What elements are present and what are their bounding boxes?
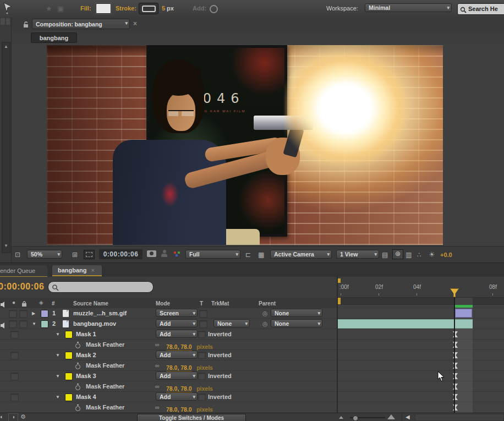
share-view-icon[interactable]: ▤ (382, 251, 388, 258)
workspace-dropdown[interactable]: Minimal (365, 3, 452, 12)
mask-color-swatch[interactable] (65, 352, 73, 359)
col-trkmat[interactable]: TrkMat (211, 300, 229, 307)
col-parent[interactable]: Parent (259, 300, 276, 307)
parent-dropdown[interactable]: None (271, 309, 322, 317)
lock-checkbox[interactable] (19, 310, 28, 318)
col-number[interactable]: # (52, 300, 55, 307)
mini-flowchart-icon[interactable]: ▥ (406, 251, 412, 258)
mask-feather-row[interactable]: Mask Feather ∞ 78.0, 78.0 pixels (0, 402, 337, 413)
mask-row[interactable]: ▼ Mask 4 Add Inverted (0, 392, 337, 402)
link-dimensions-icon[interactable]: ∞ (155, 362, 160, 369)
mask-feather-row[interactable]: Mask Feather ∞ 78.0, 78.0 pixels (0, 360, 337, 371)
mask-checkbox[interactable] (10, 393, 19, 401)
mask-color-swatch[interactable] (65, 331, 73, 338)
region-of-interest-icon[interactable] (84, 250, 95, 259)
lock-view-icon[interactable]: ⊕ (392, 249, 403, 259)
stopwatch-icon[interactable] (75, 342, 81, 348)
always-preview-icon[interactable]: ⊡ (15, 251, 20, 258)
layer1-duration-bar[interactable] (455, 309, 472, 318)
tab-render-queue[interactable]: ender Queue (0, 265, 47, 277)
link-dimensions-icon[interactable]: ∞ (155, 383, 160, 390)
mask-row[interactable]: ▼ Mask 1 Add Inverted (0, 329, 337, 340)
inverted-checkbox[interactable] (198, 352, 206, 359)
stroke-swatch[interactable] (139, 3, 158, 14)
mask-mode-dropdown[interactable]: Add (156, 392, 198, 401)
layer-name[interactable]: muzzle_...h_sm.gif (73, 310, 127, 316)
stopwatch-icon[interactable] (75, 384, 81, 390)
inverted-checkbox[interactable] (198, 331, 206, 338)
mask-checkbox[interactable] (10, 331, 19, 338)
view-layout-dropdown[interactable]: 1 View (336, 250, 379, 259)
mask-name[interactable]: Mask 4 (76, 393, 96, 400)
comp-panel-tab[interactable]: Composition: bangbang (32, 19, 130, 29)
expand-inout-panes-icon[interactable]: ⚙ (20, 414, 26, 420)
twirl-icon[interactable]: ▶ (32, 311, 35, 316)
t-checkbox[interactable] (199, 310, 207, 318)
search-help-box[interactable]: Search He (457, 3, 504, 15)
inverted-checkbox[interactable] (198, 373, 206, 380)
layer-row-2[interactable]: ▼ 2 bangbang.mov Add None ◎ None (0, 319, 337, 329)
solo-checkbox[interactable] (9, 310, 17, 318)
video-frame[interactable]: 2046 A WONG KAR WAI FILM (47, 45, 443, 245)
mask-name[interactable]: Mask 2 (76, 352, 96, 358)
expand-transfer-controls-icon[interactable]: ◑ (8, 413, 18, 421)
comp-breadcrumb-button[interactable]: bangbang (31, 32, 77, 43)
transparency-grid-icon[interactable]: ▦ (258, 251, 264, 258)
twirl-icon[interactable]: ▼ (56, 374, 60, 379)
playhead-line[interactable] (454, 297, 455, 413)
mask-name[interactable]: Mask 3 (76, 373, 96, 379)
col-mode[interactable]: Mode (156, 300, 170, 307)
layer-label-swatch[interactable] (41, 320, 48, 328)
pickwhip-icon[interactable]: ◎ (262, 310, 268, 317)
stopwatch-icon[interactable] (75, 363, 81, 369)
inverted-checkbox[interactable] (198, 393, 206, 401)
left-scrollbar[interactable]: ▲ ▼ (2, 42, 10, 253)
zoom-in-mountain-icon[interactable] (387, 414, 395, 419)
mask-checkbox[interactable] (10, 352, 19, 359)
expand-layer-switches-icon[interactable]: ◐ (0, 414, 4, 420)
scroll-up-icon[interactable]: ▲ (4, 45, 8, 49)
tab-close-icon[interactable]: × (91, 267, 95, 274)
mask-color-swatch[interactable] (65, 373, 73, 380)
selection-tool-icon[interactable] (2, 2, 14, 17)
shape-options-icon[interactable] (210, 5, 218, 13)
tab-bangbang[interactable]: bangbang × (52, 265, 102, 276)
mask-mode-dropdown[interactable]: Add (156, 351, 198, 359)
layer-row-1[interactable]: ▶ 1 muzzle_...h_sm.gif Screen ◎ None (0, 308, 337, 319)
mask-row[interactable]: ▼ Mask 2 Add Inverted (0, 350, 337, 360)
mask-checkbox[interactable] (10, 373, 19, 380)
comp-marker-handle[interactable] (338, 278, 341, 283)
col-source-name[interactable]: Source Name (73, 300, 108, 307)
mask-name[interactable]: Mask 1 (76, 331, 96, 337)
work-area-start-handle[interactable] (338, 298, 341, 304)
timeline-search-box[interactable] (48, 281, 154, 293)
flag-icon[interactable]: ▣ (57, 5, 64, 12)
blend-mode-dropdown[interactable]: Screen (156, 309, 198, 317)
close-icon[interactable]: × (133, 20, 137, 27)
exposure-value[interactable]: +0.0 (440, 251, 452, 258)
t-checkbox[interactable] (199, 320, 207, 328)
time-ruler[interactable]: :00f 02f 04f 08f (337, 277, 504, 298)
mask-feather-row[interactable]: Mask Feather ∞ 78.0, 78.0 pixels (0, 381, 337, 392)
twirl-icon[interactable]: ▼ (32, 321, 36, 326)
star-icon[interactable]: ★ (46, 5, 52, 12)
timeline-zoom-slider[interactable] (350, 417, 385, 418)
zoom-slider-knob[interactable] (353, 415, 358, 421)
toggle-switches-modes-button[interactable]: Toggle Switches / Modes (137, 414, 246, 421)
mask-color-swatch[interactable] (65, 393, 73, 401)
viewer-timecode[interactable]: 0:00:00:06 (99, 249, 143, 259)
stroke-label[interactable]: Stroke: (116, 5, 136, 12)
horizontal-scrollbar-track[interactable] (415, 414, 504, 421)
layer-label-swatch[interactable] (41, 310, 48, 318)
add-label[interactable]: Add: (193, 5, 206, 12)
lock-checkbox[interactable] (19, 320, 28, 328)
stroke-width-value[interactable]: 5 (162, 5, 165, 12)
trkmat-dropdown[interactable]: None (213, 319, 250, 327)
blend-mode-dropdown[interactable]: Add (156, 319, 198, 327)
show-channels-icon[interactable] (172, 250, 182, 258)
layer2-duration-bar[interactable] (338, 319, 473, 329)
pickwhip-icon[interactable]: ◎ (262, 320, 268, 327)
camera-view-dropdown[interactable]: Active Camera (270, 250, 332, 259)
mask-feather-row[interactable]: Mask Feather ∞ 78.0, 78.0 pixels (0, 340, 337, 350)
safe-margins-icon[interactable]: ⊞ (72, 251, 78, 258)
